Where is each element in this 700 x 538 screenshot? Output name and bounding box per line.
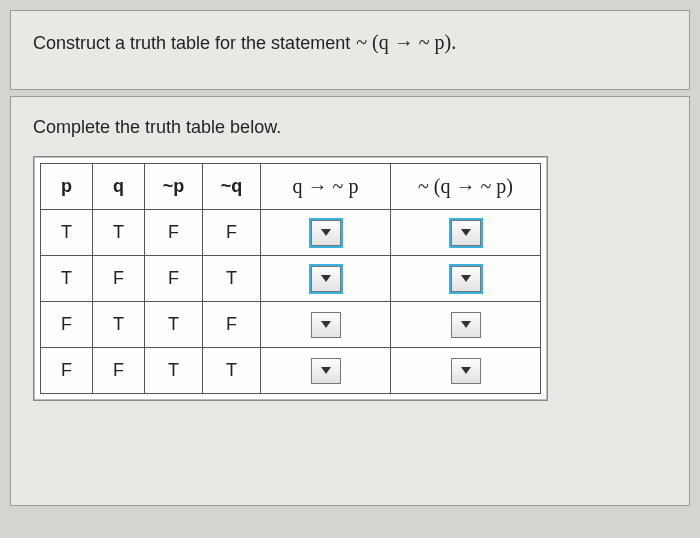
cell-notp: F xyxy=(145,210,203,256)
header-notp: ~p xyxy=(145,164,203,210)
cell-dropdown-col6 xyxy=(391,348,541,394)
dropdown-select[interactable] xyxy=(451,312,481,338)
cell-notp: T xyxy=(145,348,203,394)
cell-dropdown-col6 xyxy=(391,256,541,302)
cell-dropdown-col5 xyxy=(261,256,391,302)
cell-p: T xyxy=(41,256,93,302)
cell-notq: T xyxy=(203,348,261,394)
cell-notq: T xyxy=(203,256,261,302)
cell-p: F xyxy=(41,302,93,348)
cell-dropdown-col6 xyxy=(391,302,541,348)
answer-panel: Complete the truth table below. p q ~p ~… xyxy=(10,96,690,506)
statement-expression: ~ (q → ~ p). xyxy=(356,31,456,54)
cell-q: T xyxy=(93,210,145,256)
header-p: p xyxy=(41,164,93,210)
truth-table-container: p q ~p ~q q → ~ p ~ (q → ~ p) T T F F xyxy=(33,156,548,401)
dropdown-select[interactable] xyxy=(311,266,341,292)
chevron-down-icon xyxy=(321,229,331,236)
truth-table: p q ~p ~q q → ~ p ~ (q → ~ p) T T F F xyxy=(40,163,541,394)
cell-notq: F xyxy=(203,302,261,348)
chevron-down-icon xyxy=(461,275,471,282)
chevron-down-icon xyxy=(321,275,331,282)
table-row: T F F T xyxy=(41,256,541,302)
question-panel: Construct a truth table for the statemen… xyxy=(10,10,690,90)
header-notq: ~q xyxy=(203,164,261,210)
instruction-text: Complete the truth table below. xyxy=(33,117,667,138)
cell-notp: F xyxy=(145,256,203,302)
chevron-down-icon xyxy=(461,229,471,236)
header-q: q xyxy=(93,164,145,210)
cell-dropdown-col5 xyxy=(261,348,391,394)
dropdown-select[interactable] xyxy=(311,358,341,384)
chevron-down-icon xyxy=(321,367,331,374)
dropdown-select[interactable] xyxy=(451,358,481,384)
cell-q: F xyxy=(93,348,145,394)
cell-p: F xyxy=(41,348,93,394)
header-neg-qimp-notp: ~ (q → ~ p) xyxy=(391,164,541,210)
dropdown-select[interactable] xyxy=(451,266,481,292)
statement-prefix: Construct a truth table for the statemen… xyxy=(33,33,350,54)
cell-p: T xyxy=(41,210,93,256)
dropdown-select[interactable] xyxy=(311,220,341,246)
chevron-down-icon xyxy=(461,367,471,374)
header-qimp-notp: q → ~ p xyxy=(261,164,391,210)
cell-dropdown-col5 xyxy=(261,210,391,256)
table-row: F T T F xyxy=(41,302,541,348)
table-row: T T F F xyxy=(41,210,541,256)
chevron-down-icon xyxy=(321,321,331,328)
table-header-row: p q ~p ~q q → ~ p ~ (q → ~ p) xyxy=(41,164,541,210)
cell-q: F xyxy=(93,256,145,302)
cell-q: T xyxy=(93,302,145,348)
dropdown-select[interactable] xyxy=(311,312,341,338)
cell-notq: F xyxy=(203,210,261,256)
cell-notp: T xyxy=(145,302,203,348)
question-statement: Construct a truth table for the statemen… xyxy=(33,31,667,54)
cell-dropdown-col5 xyxy=(261,302,391,348)
table-row: F F T T xyxy=(41,348,541,394)
dropdown-select[interactable] xyxy=(451,220,481,246)
cell-dropdown-col6 xyxy=(391,210,541,256)
chevron-down-icon xyxy=(461,321,471,328)
